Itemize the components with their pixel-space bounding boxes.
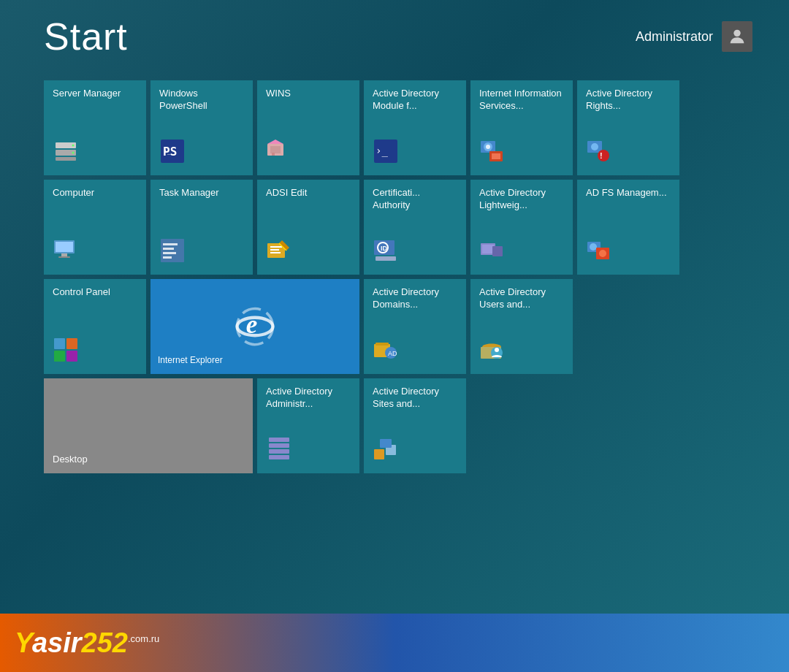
tile-label: Certificati... Authority bbox=[373, 187, 457, 212]
tile-ad-admin-center[interactable]: Active Directory Administr... bbox=[257, 378, 359, 473]
brand-y: Y bbox=[15, 627, 32, 658]
user-name-label: Administrator bbox=[636, 29, 713, 45]
tile-ad-lightweight[interactable]: Active Directory Lightweig... bbox=[470, 180, 573, 275]
tile-label: Active Directory Domains... bbox=[373, 286, 457, 311]
svg-text:›_: ›_ bbox=[163, 146, 172, 155]
svg-text:e: e bbox=[246, 310, 258, 339]
tile-adfs-management[interactable]: AD FS Managem... bbox=[577, 180, 679, 275]
tile-label: Active Directory Lightweig... bbox=[479, 187, 564, 212]
ad-lightweight-icon bbox=[479, 231, 564, 267]
tile-label: Computer bbox=[53, 187, 137, 199]
svg-rect-32 bbox=[163, 256, 172, 259]
tile-row-1: Server Manager Windows PowerShell bbox=[44, 80, 745, 175]
tile-control-panel[interactable]: Control Panel bbox=[44, 279, 146, 374]
svg-rect-28 bbox=[161, 239, 184, 262]
tile-label: Active Directory Sites and... bbox=[373, 386, 457, 411]
tile-label: WINS bbox=[266, 88, 351, 100]
bottom-bar: Yasir252.com.ru bbox=[0, 614, 789, 672]
svg-text:›_: ›_ bbox=[376, 145, 388, 157]
svg-rect-29 bbox=[163, 243, 178, 245]
brand-asir: asir bbox=[32, 627, 82, 658]
tile-cert-authority[interactable]: Certificati... Authority ID bbox=[364, 180, 466, 275]
tile-label: Active Directory Module f... bbox=[373, 88, 457, 112]
svg-marker-11 bbox=[267, 140, 283, 144]
tile-label: Internet Information Services... bbox=[479, 88, 564, 112]
svg-rect-70 bbox=[380, 439, 392, 448]
svg-rect-52 bbox=[54, 351, 65, 362]
tile-wins[interactable]: WINS bbox=[257, 80, 359, 175]
tile-label: Task Manager bbox=[159, 187, 244, 199]
ad-admin-icon bbox=[266, 429, 351, 466]
ad-domains-icon: AD bbox=[373, 330, 457, 367]
svg-rect-42 bbox=[376, 256, 396, 261]
tile-desktop[interactable]: Desktop bbox=[44, 378, 253, 473]
wins-icon bbox=[266, 131, 351, 168]
tile-iis[interactable]: Internet Information Services... bbox=[470, 80, 573, 175]
user-section: Administrator bbox=[636, 21, 752, 52]
tile-label: Server Manager bbox=[53, 88, 137, 100]
svg-point-4 bbox=[72, 145, 75, 147]
user-icon bbox=[727, 26, 747, 47]
svg-text:AD: AD bbox=[388, 350, 397, 357]
svg-rect-26 bbox=[61, 253, 67, 256]
ad-users-icon bbox=[479, 330, 564, 367]
tile-ad-sites[interactable]: Active Directory Sites and... bbox=[364, 378, 466, 473]
powershell-icon: PS ›_ bbox=[159, 131, 244, 168]
tile-ad-domains[interactable]: Active Directory Domains... AD bbox=[364, 279, 466, 374]
svg-rect-53 bbox=[66, 351, 77, 362]
svg-rect-51 bbox=[66, 338, 77, 349]
tile-task-manager[interactable]: Task Manager bbox=[150, 180, 253, 275]
tile-label: ADSI Edit bbox=[266, 187, 351, 199]
tile-label: Active Directory Users and... bbox=[479, 286, 564, 311]
brand-sub: .com.ru bbox=[128, 633, 159, 644]
svg-point-5 bbox=[72, 152, 75, 154]
svg-rect-3 bbox=[56, 157, 76, 161]
svg-rect-30 bbox=[163, 248, 174, 250]
cert-icon: ID bbox=[373, 231, 457, 267]
svg-rect-64 bbox=[269, 438, 289, 442]
iis-icon bbox=[479, 131, 564, 168]
adsi-icon bbox=[266, 231, 351, 267]
svg-rect-25 bbox=[56, 242, 73, 252]
ad-rights-icon: ! bbox=[586, 131, 671, 168]
tile-row-3: Control Panel e Internet Expl bbox=[44, 279, 745, 374]
tile-ad-users[interactable]: Active Directory Users and... bbox=[470, 279, 573, 374]
tile-label: Desktop bbox=[53, 454, 244, 466]
brand-252: 252 bbox=[82, 627, 128, 658]
svg-rect-68 bbox=[374, 449, 384, 459]
tile-server-manager[interactable]: Server Manager bbox=[44, 80, 146, 175]
header: Start Administrator bbox=[0, 0, 789, 66]
svg-point-63 bbox=[495, 348, 499, 352]
ie-label: Internet Explorer bbox=[158, 355, 223, 367]
tile-row-2: Computer Task Manager bbox=[44, 180, 745, 275]
svg-point-21 bbox=[591, 143, 598, 150]
svg-point-0 bbox=[733, 30, 740, 37]
ad-module-icon: ›_ bbox=[373, 131, 457, 168]
tile-windows-powershell[interactable]: Windows PowerShell PS ›_ bbox=[150, 80, 253, 175]
svg-rect-67 bbox=[269, 455, 289, 459]
tiles-container: Server Manager Windows PowerShell bbox=[0, 66, 789, 488]
svg-text:ID: ID bbox=[381, 245, 388, 252]
svg-rect-12 bbox=[272, 153, 275, 156]
control-panel-icon bbox=[53, 330, 137, 367]
svg-rect-50 bbox=[54, 338, 65, 349]
tile-label: AD FS Managem... bbox=[586, 187, 671, 199]
tile-label: Control Panel bbox=[53, 286, 137, 299]
tile-label: Windows PowerShell bbox=[159, 88, 244, 112]
svg-rect-45 bbox=[492, 246, 503, 256]
svg-rect-10 bbox=[270, 146, 281, 153]
svg-rect-65 bbox=[269, 443, 289, 448]
task-manager-icon bbox=[159, 231, 244, 267]
svg-rect-27 bbox=[58, 256, 70, 258]
tile-label: Active Directory Rights... bbox=[586, 88, 671, 112]
start-screen: Start Administrator Server Manager bbox=[0, 0, 789, 614]
tile-ad-module[interactable]: Active Directory Module f... ›_ bbox=[364, 80, 466, 175]
svg-text:!: ! bbox=[600, 151, 603, 160]
avatar bbox=[722, 21, 752, 52]
svg-rect-66 bbox=[269, 449, 289, 454]
tile-ad-rights[interactable]: Active Directory Rights... ! bbox=[577, 80, 679, 175]
svg-point-17 bbox=[486, 145, 490, 149]
tile-computer[interactable]: Computer bbox=[44, 180, 146, 275]
tile-adsi-edit[interactable]: ADSI Edit bbox=[257, 180, 359, 275]
tile-internet-explorer[interactable]: e Internet Explorer bbox=[150, 279, 359, 374]
